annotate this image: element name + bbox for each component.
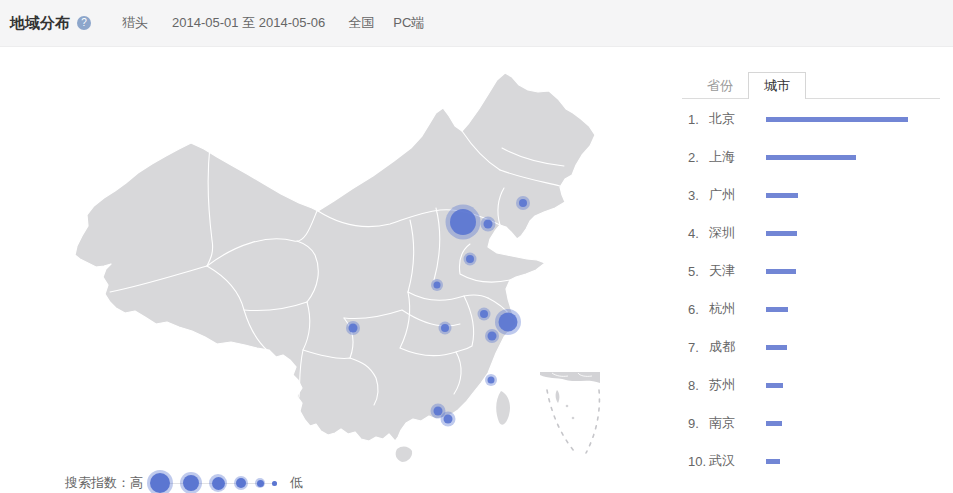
rank-number: 8. <box>688 378 709 393</box>
china-map-svg <box>60 60 660 480</box>
legend-circle-core <box>150 473 170 493</box>
region-label: 全国 <box>348 14 374 32</box>
legend-circle-core <box>272 481 277 486</box>
city-name: 成都 <box>709 338 766 356</box>
index-bar[interactable] <box>766 421 782 426</box>
legend-label-low: 低 <box>290 474 303 492</box>
ranking-row[interactable]: 7.成都 <box>682 328 942 366</box>
index-bar[interactable] <box>766 117 908 122</box>
index-bar[interactable] <box>766 383 783 388</box>
map-bubble-jinan[interactable] <box>464 253 477 266</box>
legend-circle <box>147 470 173 493</box>
page-title: 地域分布 <box>10 14 70 33</box>
rank-number: 9. <box>688 416 709 431</box>
panel-tabs: 省份 城市 <box>682 72 940 99</box>
index-bar[interactable] <box>766 269 796 274</box>
map-bubble-zhengzhou[interactable] <box>431 279 443 291</box>
city-name: 苏州 <box>709 376 766 394</box>
help-icon[interactable]: ? <box>77 16 91 30</box>
legend-label-high: 搜索指数：高 <box>65 474 143 492</box>
taiwan-island <box>496 391 510 425</box>
platform-label: PC端 <box>393 14 424 32</box>
index-bar[interactable] <box>766 345 787 350</box>
index-bar[interactable] <box>766 193 798 198</box>
rank-number: 7. <box>688 340 709 355</box>
map-bubble-shenzhen[interactable] <box>441 412 456 427</box>
tab-city[interactable]: 城市 <box>748 72 806 99</box>
legend-circles <box>147 470 284 493</box>
rank-number: 5. <box>688 264 709 279</box>
ranking-row[interactable]: 3.广州 <box>682 176 942 214</box>
legend-circle-core <box>236 478 246 488</box>
index-bar[interactable] <box>766 155 856 160</box>
rank-number: 3. <box>688 188 709 203</box>
city-name: 深圳 <box>709 224 766 242</box>
legend-circle <box>255 478 265 488</box>
ranking-row[interactable]: 2.上海 <box>682 138 942 176</box>
city-name: 北京 <box>709 110 766 128</box>
legend-circle <box>272 481 277 486</box>
city-name: 南京 <box>709 414 766 432</box>
map-bubble-beijing[interactable] <box>446 205 481 240</box>
ranking-row[interactable]: 1.北京 <box>682 100 942 138</box>
rank-number: 1. <box>688 112 709 127</box>
map-bubble-shanghai[interactable] <box>495 309 521 335</box>
china-bubble-map[interactable] <box>60 60 660 480</box>
city-name: 天津 <box>709 262 766 280</box>
map-bubble-xiamen[interactable] <box>485 374 497 386</box>
city-name: 杭州 <box>709 300 766 318</box>
date-range-label: 2014-05-01 至 2014-05-06 <box>172 14 325 32</box>
keyword-label: 猎头 <box>122 14 148 32</box>
index-bar[interactable] <box>766 231 797 236</box>
map-bubble-shenyang[interactable] <box>516 196 530 210</box>
ranking-row[interactable]: 10.武汉 <box>682 442 942 480</box>
legend-circle <box>234 476 248 490</box>
rank-number: 4. <box>688 226 709 241</box>
map-bubble-wuhan[interactable] <box>439 322 452 335</box>
tab-province[interactable]: 省份 <box>692 73 748 98</box>
ranking-row[interactable]: 4.深圳 <box>682 214 942 252</box>
map-bubble-chengdu[interactable] <box>346 321 360 335</box>
ranking-row[interactable]: 5.天津 <box>682 252 942 290</box>
legend-circle-core <box>257 480 264 487</box>
legend-circle <box>180 472 202 493</box>
map-bubble-nanjing[interactable] <box>478 308 491 321</box>
header-bar: 地域分布 ? 猎头 2014-05-01 至 2014-05-06 全国 PC端 <box>0 0 953 47</box>
city-name: 武汉 <box>709 452 766 470</box>
index-bar[interactable] <box>766 307 788 312</box>
ranking-row[interactable]: 8.苏州 <box>682 366 942 404</box>
china-mainland <box>75 73 595 441</box>
ranking-row[interactable]: 6.杭州 <box>682 290 942 328</box>
hainan-island <box>396 447 413 462</box>
rank-number: 10. <box>688 454 709 469</box>
rank-number: 2. <box>688 150 709 165</box>
index-bar[interactable] <box>766 459 780 464</box>
rank-number: 6. <box>688 302 709 317</box>
ranking-row[interactable]: 9.南京 <box>682 404 942 442</box>
legend-circle <box>209 474 227 492</box>
map-bubble-hangzhou[interactable] <box>485 329 499 343</box>
map-bubble-tianjin[interactable] <box>481 217 496 232</box>
city-name: 广州 <box>709 186 766 204</box>
legend-circle-core <box>212 477 225 490</box>
south-china-sea-inset <box>540 372 600 453</box>
map-legend: 搜索指数：高 低 <box>65 468 303 493</box>
legend-circle-core <box>183 475 199 491</box>
city-name: 上海 <box>709 148 766 166</box>
city-ranking-list: 1.北京2.上海3.广州4.深圳5.天津6.杭州7.成都8.苏州9.南京10.武… <box>682 100 942 480</box>
